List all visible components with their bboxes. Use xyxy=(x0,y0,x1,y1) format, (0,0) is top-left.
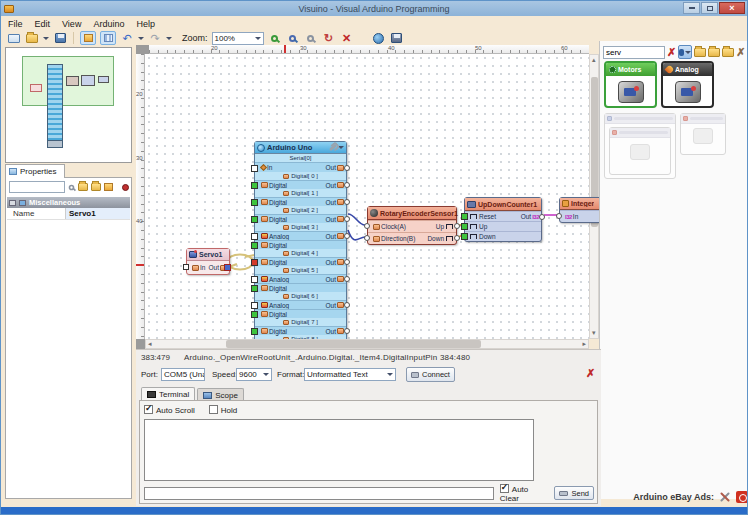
auto-scroll-checkbox[interactable]: Auto Scroll xyxy=(144,405,195,415)
arduino-pin-row[interactable]: Digital Out xyxy=(255,214,346,223)
encoder-direction-connector[interactable] xyxy=(364,235,370,241)
digital3-connector[interactable] xyxy=(251,242,258,249)
properties-search-icon[interactable] xyxy=(69,184,75,190)
filter-button[interactable] xyxy=(678,45,692,59)
counter-up-connector[interactable] xyxy=(461,223,468,230)
overview-thumbnail[interactable] xyxy=(5,47,132,163)
menu-view[interactable]: View xyxy=(62,19,81,29)
digital1-connector[interactable] xyxy=(251,199,258,206)
palette-folder3-icon[interactable] xyxy=(722,48,734,57)
toggle-panels-button[interactable] xyxy=(80,31,96,45)
send-button[interactable]: Send xyxy=(554,486,594,500)
send-input[interactable] xyxy=(144,487,494,500)
properties-view-icon[interactable] xyxy=(104,183,113,191)
digital5-out-connector[interactable] xyxy=(344,276,350,282)
scroll-right-arrow[interactable]: ▸ xyxy=(582,340,586,348)
properties-pin-icon[interactable] xyxy=(122,184,129,191)
properties-tab[interactable]: Properties xyxy=(5,164,65,178)
delete-button[interactable]: ✕ xyxy=(340,32,354,44)
digital4-out-connector[interactable] xyxy=(344,259,350,265)
redo-button[interactable]: ↷ xyxy=(148,32,162,44)
serial-in-connector[interactable] xyxy=(251,165,258,172)
encoder-up-connector[interactable] xyxy=(454,223,460,229)
encoder-down-connector[interactable] xyxy=(454,235,460,241)
digital6-connector[interactable] xyxy=(251,311,258,318)
digital6-analog-connector[interactable] xyxy=(251,302,258,309)
new-project-button[interactable] xyxy=(7,32,21,44)
component-servo1[interactable]: Servo1 In Out xyxy=(186,248,230,275)
export-button[interactable] xyxy=(390,32,404,44)
hold-checkbox[interactable]: Hold xyxy=(209,405,237,415)
counter-reset-connector[interactable] xyxy=(461,213,468,220)
auto-clear-checkbox[interactable]: Auto Clear xyxy=(500,484,549,503)
component-integer[interactable]: Integer I32In xyxy=(559,197,603,223)
servo-in-connector[interactable] xyxy=(183,264,189,270)
properties-category[interactable]: Miscellaneous xyxy=(7,197,130,208)
integer-in-connector[interactable] xyxy=(556,213,562,219)
clear-search-icon[interactable]: ✗ xyxy=(667,47,676,58)
palette-card-motors[interactable]: Motors xyxy=(604,61,657,108)
palette-folder1-icon[interactable] xyxy=(694,48,706,57)
counter-down-connector[interactable] xyxy=(461,233,468,240)
arduino-pin-row[interactable]: Analog Out xyxy=(255,231,346,240)
digital2-connector[interactable] xyxy=(251,216,258,223)
terminal-output[interactable] xyxy=(144,419,534,481)
save-button[interactable] xyxy=(53,32,67,44)
zoom-combobox[interactable]: 100% xyxy=(212,32,264,45)
component-rotaryencoder[interactable]: RotaryEncoderSensor1 Clock(A) Up Directi… xyxy=(367,206,457,245)
servo-component-icon[interactable] xyxy=(675,81,701,103)
build-upload-button[interactable] xyxy=(372,32,386,44)
menu-help[interactable]: Help xyxy=(136,19,155,29)
arduino-pin-row[interactable]: Digital xyxy=(255,240,346,249)
digital3-out-connector[interactable] xyxy=(344,233,350,239)
maximize-button[interactable] xyxy=(701,2,718,14)
arduino-pin-row[interactable]: Analog Out xyxy=(255,274,346,283)
open-dropdown-arrow[interactable] xyxy=(43,37,49,40)
digital5-connector[interactable] xyxy=(251,285,258,292)
digital6-out-connector[interactable] xyxy=(344,302,350,308)
palette-card-analog[interactable]: Analog xyxy=(661,61,714,108)
palette-search-input[interactable] xyxy=(603,46,665,59)
ads-target-icon[interactable] xyxy=(736,491,748,503)
digital5-analog-connector[interactable] xyxy=(251,276,258,283)
zoom-out-button[interactable] xyxy=(286,32,300,44)
serial-out-connector[interactable] xyxy=(344,165,350,171)
component-updowncounter[interactable]: UpDownCounter1 Reset OutI32 Up Down xyxy=(464,197,542,242)
close-button[interactable]: × xyxy=(719,2,745,14)
close-serial-icon[interactable]: ✗ xyxy=(586,368,595,379)
property-row-name[interactable]: Name Servo1 xyxy=(7,208,130,220)
wrench-icon[interactable] xyxy=(329,144,337,151)
digital4-connector[interactable] xyxy=(251,259,258,266)
scroll-up-arrow[interactable]: ▴ xyxy=(592,56,596,64)
digital0-out-connector[interactable] xyxy=(344,182,350,188)
menu-file[interactable]: File xyxy=(8,19,23,29)
menu-edit[interactable]: Edit xyxy=(35,19,51,29)
palette-tools-icon[interactable]: ✗ xyxy=(736,47,745,58)
properties-folder-icon[interactable] xyxy=(78,183,88,191)
undo-button[interactable]: ↶ xyxy=(120,32,134,44)
digital7-connector[interactable] xyxy=(251,328,258,335)
arduino-pin-row[interactable]: Analog Out xyxy=(255,300,346,309)
zoom-in-button[interactable] xyxy=(268,32,282,44)
arduino-pin-row[interactable]: Digital Out xyxy=(255,326,346,335)
component-arduino-uno[interactable]: Arduino Uno Serial[0] In Out Digital[ 0 … xyxy=(254,141,347,353)
digital7-out-connector[interactable] xyxy=(344,328,350,334)
digital3-analog-connector[interactable] xyxy=(251,233,258,240)
connect-button[interactable]: Connect xyxy=(406,367,455,382)
redo-dropdown-arrow[interactable] xyxy=(166,37,172,40)
arduino-pin-row[interactable]: Digital Out xyxy=(255,257,346,266)
hscroll-thumb[interactable] xyxy=(226,340,481,348)
ads-tools-icon[interactable] xyxy=(720,492,730,502)
digital2-out-connector[interactable] xyxy=(344,216,350,222)
counter-out-connector[interactable] xyxy=(539,214,545,220)
arduino-pin-row[interactable]: Digital xyxy=(255,283,346,292)
format-combobox[interactable]: Unformatted Text xyxy=(304,368,396,381)
digital0-connector[interactable] xyxy=(251,182,258,189)
encoder-clock-connector[interactable] xyxy=(364,223,370,229)
minimize-button[interactable] xyxy=(683,2,700,14)
property-name-value[interactable]: Servo1 xyxy=(65,208,130,219)
tab-terminal[interactable]: Terminal xyxy=(141,387,195,401)
refresh-button[interactable]: ↻ xyxy=(322,32,336,44)
undo-dropdown-arrow[interactable] xyxy=(138,37,144,40)
properties-filter-input[interactable] xyxy=(9,181,65,193)
